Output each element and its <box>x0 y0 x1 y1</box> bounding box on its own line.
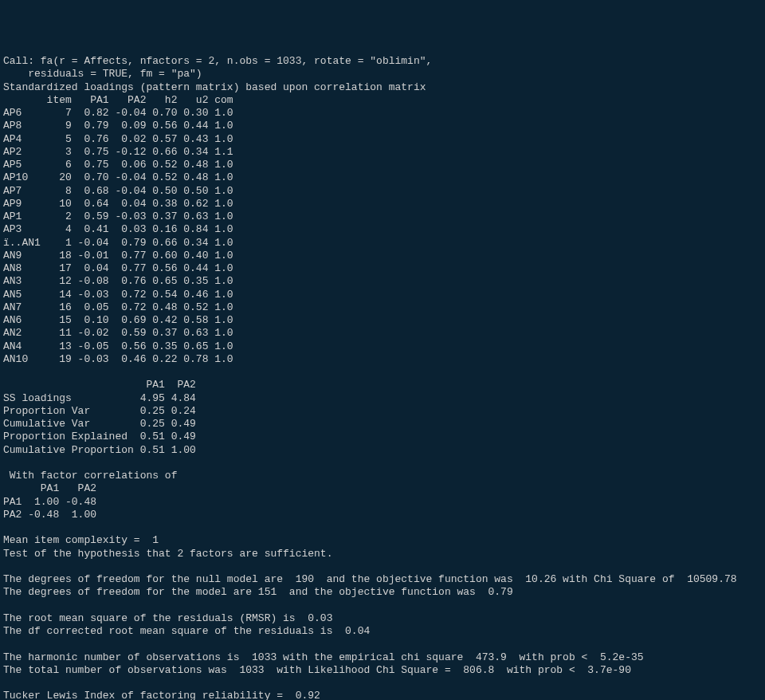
console-output: Call: fa(r = Affects, nfactors = 2, n.ob… <box>3 55 762 700</box>
